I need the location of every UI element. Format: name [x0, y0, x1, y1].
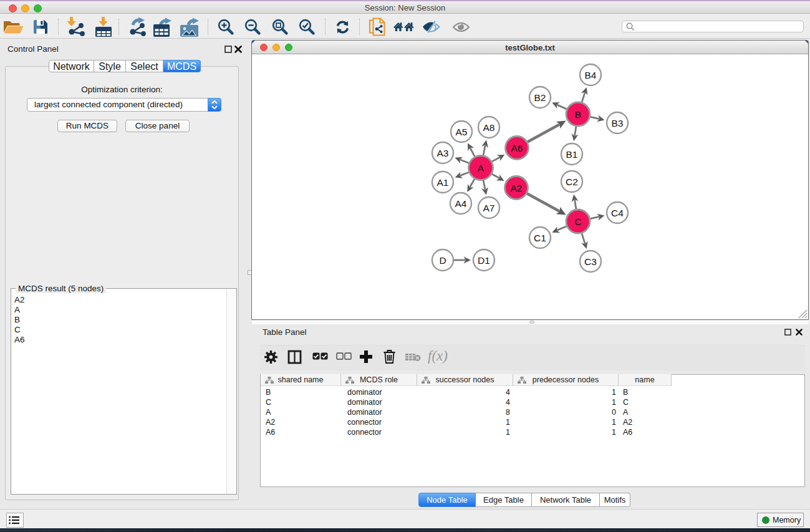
- svg-text:A6: A6: [511, 143, 523, 153]
- svg-text:A: A: [478, 163, 485, 173]
- svg-text:B4: B4: [585, 70, 597, 80]
- svg-text:D: D: [439, 255, 446, 266]
- svg-text:B3: B3: [612, 118, 624, 128]
- svg-text:A2: A2: [511, 183, 523, 193]
- svg-text:A3: A3: [437, 148, 449, 158]
- svg-text:B2: B2: [534, 92, 546, 103]
- svg-text:C3: C3: [584, 256, 597, 267]
- svg-text:D1: D1: [478, 255, 490, 266]
- svg-text:C2: C2: [566, 177, 578, 187]
- svg-text:C4: C4: [611, 208, 624, 218]
- svg-text:A5: A5: [456, 127, 468, 137]
- svg-text:A8: A8: [483, 122, 495, 133]
- svg-text:C1: C1: [534, 233, 546, 243]
- svg-text:B: B: [575, 109, 581, 120]
- svg-text:A1: A1: [437, 177, 449, 188]
- svg-text:B1: B1: [566, 149, 578, 160]
- svg-text:A7: A7: [483, 203, 495, 213]
- svg-text:A4: A4: [455, 198, 467, 209]
- svg-text:C: C: [574, 216, 581, 227]
